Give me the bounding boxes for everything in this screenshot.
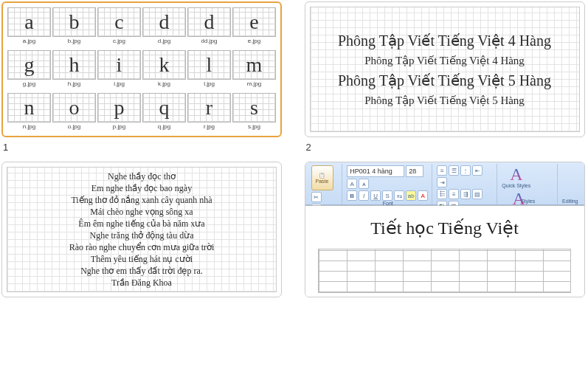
font-color-icon[interactable]: A — [418, 190, 428, 201]
letter-cell[interactable]: rr.jpg — [187, 93, 231, 134]
letter-glyph: d — [159, 12, 170, 32]
letter-box: r — [187, 93, 231, 123]
thumbnail-4[interactable]: 📋 Paste ✂ ❐ ✎ Clipboard — [305, 162, 585, 297]
thumbnail-2[interactable]: Phông Tập Viết Tiếng Việt 4 Hàng Phông T… — [305, 1, 585, 137]
quick-styles-icon[interactable]: A — [510, 165, 522, 183]
letter-box: h — [52, 50, 96, 80]
poem-line: Nghe thơ em thấy đất trời đẹp ra. — [80, 266, 203, 277]
grow-font-icon[interactable]: A — [347, 179, 357, 189]
thumbnail-3-wrap: Nghe thầy đọc thơEm nghe thầy đọc bao ng… — [1, 162, 284, 297]
letter-glyph: q — [159, 97, 170, 118]
align-right-icon[interactable]: ⇶ — [460, 189, 471, 199]
poem-line: Nghe thầy đọc thơ — [108, 171, 176, 182]
letter-box: b — [52, 7, 96, 37]
letter-glyph: m — [246, 55, 263, 75]
letter-cell[interactable]: qq.jpg — [142, 93, 186, 134]
letter-cell[interactable]: gg.jpg — [7, 50, 51, 92]
letter-glyph: r — [206, 97, 212, 118]
letter-cell[interactable]: ll.jpg — [187, 50, 231, 92]
letter-filename: o.jpg — [52, 123, 96, 130]
font-size-select[interactable]: 28 — [406, 165, 423, 177]
letter-cell[interactable]: hh.jpg — [52, 50, 96, 92]
underline-icon[interactable]: U — [370, 190, 381, 201]
letter-glyph: o — [69, 97, 80, 118]
letter-cell[interactable]: bb.jpg — [52, 7, 96, 49]
letter-cell[interactable]: mm.jpg — [232, 50, 276, 92]
letter-box: i — [97, 50, 141, 80]
letter-cell[interactable]: pp.jpg — [97, 93, 141, 134]
letter-box: q — [142, 93, 186, 123]
letter-cell[interactable]: ddd.jpg — [187, 7, 231, 49]
letter-cell[interactable]: ii.jpg — [97, 50, 141, 92]
letter-cell[interactable]: ee.jpg — [232, 7, 276, 49]
letter-box: e — [232, 7, 276, 37]
letter-filename: k.jpg — [142, 80, 186, 87]
letter-box: p — [97, 93, 141, 123]
letter-cell[interactable]: cc.jpg — [97, 7, 141, 49]
multilevel-icon[interactable]: ⋮ — [460, 165, 471, 176]
letter-cell[interactable]: oo.jpg — [52, 93, 96, 134]
thumbnail-2-wrap: Phông Tập Viết Tiếng Việt 4 Hàng Phông T… — [305, 1, 587, 159]
script-line: Phông Tập Viết Tiếng Việt 4 Hàng — [338, 32, 551, 49]
cut-icon[interactable]: ✂ — [311, 192, 322, 202]
align-left-icon[interactable]: ⬱ — [437, 189, 447, 199]
indent-left-icon[interactable]: ⇤ — [472, 165, 482, 176]
letter-filename: i.jpg — [97, 80, 141, 87]
letter-cell[interactable]: ss.jpg — [232, 93, 276, 134]
letter-filename: b.jpg — [52, 38, 96, 44]
letter-filename: l.jpg — [187, 80, 231, 87]
letter-filename: r.jpg — [187, 123, 231, 130]
ribbon-group-styles: A Quick Styles A Change Styles Styles — [499, 164, 558, 204]
letter-box: l — [187, 50, 231, 80]
align-center-icon[interactable]: ≡ — [449, 189, 459, 199]
letter-box: d — [142, 7, 186, 37]
group-label: Editing — [562, 199, 578, 204]
word-ui: 📋 Paste ✂ ❐ ✎ Clipboard — [305, 162, 584, 297]
graph-paper: Phông Tập Viết Tiếng Việt 4 Hàng Phông T… — [310, 7, 580, 132]
poem-area: Nghe thầy đọc thơEm nghe thầy đọc bao ng… — [7, 167, 277, 292]
strike-icon[interactable]: S — [382, 190, 392, 201]
thumbnail-4-wrap: 📋 Paste ✂ ❐ ✎ Clipboard — [305, 162, 587, 297]
letter-filename: a.jpg — [7, 38, 51, 44]
poem-line: Tiếng thơ đỏ nắng xanh cây quanh nhà — [71, 195, 212, 206]
ribbon-group-font: HP001 4 hàng 28 A ᴀ B I U S x₂ — [344, 164, 432, 204]
letter-glyph: n — [24, 97, 35, 118]
ribbon-group-clipboard: 📋 Paste ✂ ❐ ✎ Clipboard — [308, 164, 343, 204]
letter-cell[interactable]: aa.jpg — [7, 7, 51, 49]
letter-box: a — [7, 7, 51, 37]
bold-icon[interactable]: B — [347, 190, 357, 201]
poem-line: Trần Đăng Khoa — [111, 277, 172, 289]
italic-icon[interactable]: I — [359, 190, 369, 201]
indent-right-icon[interactable]: ⇥ — [437, 177, 447, 187]
font-name-select[interactable]: HP001 4 hàng — [347, 165, 404, 177]
poem-line: Êm êm nghe tiếng của bà năm xưa — [78, 218, 204, 230]
highlight-icon[interactable]: ab — [406, 190, 416, 201]
letter-cell[interactable]: dd.jpg — [142, 7, 186, 49]
thumbnail-1-caption: 1 — [1, 137, 284, 159]
letter-filename: e.jpg — [232, 38, 276, 44]
shrink-font-icon[interactable]: ᴀ — [359, 179, 369, 189]
letter-cell[interactable]: nn.jpg — [7, 93, 51, 134]
letter-cell[interactable]: kk.jpg — [142, 50, 186, 92]
poem-line: Rào rào nghe chuyển cơn mưa giữa trời — [69, 242, 215, 253]
paste-button[interactable]: 📋 Paste — [311, 165, 333, 190]
document-title: Tiết học Tiếng Việt — [370, 218, 519, 238]
bullets-icon[interactable]: ≡ — [437, 165, 447, 176]
ribbon-group-paragraph: ≡ ☰ ⋮ ⇤ ⇥ ⬱ ≡ ⇶ ▤ ◧ — [434, 164, 497, 204]
thumbnail-3[interactable]: Nghe thầy đọc thơEm nghe thầy đọc bao ng… — [1, 162, 282, 297]
paste-label: Paste — [316, 179, 329, 184]
poem-line: Mái chèo nghe vọng sông xa — [90, 207, 193, 218]
letter-glyph: d — [204, 12, 215, 32]
letter-filename: d.jpg — [142, 38, 186, 44]
poem-line: Em nghe thầy đọc bao ngày — [91, 183, 192, 194]
letter-filename: h.jpg — [52, 80, 96, 87]
thumbnail-1-wrap: aa.jpgbb.jpgcc.jpgdd.jpgddd.jpgee.jpggg.… — [1, 1, 284, 159]
letter-glyph: c — [114, 12, 123, 32]
letter-glyph: l — [207, 55, 212, 75]
letter-glyph: g — [24, 55, 35, 75]
group-label: Styles — [502, 199, 554, 204]
numbering-icon[interactable]: ☰ — [449, 165, 459, 176]
justify-icon[interactable]: ▤ — [472, 189, 482, 199]
thumbnail-1[interactable]: aa.jpgbb.jpgcc.jpgdd.jpgddd.jpgee.jpggg.… — [1, 1, 282, 137]
subscript-icon[interactable]: x₂ — [394, 190, 404, 201]
